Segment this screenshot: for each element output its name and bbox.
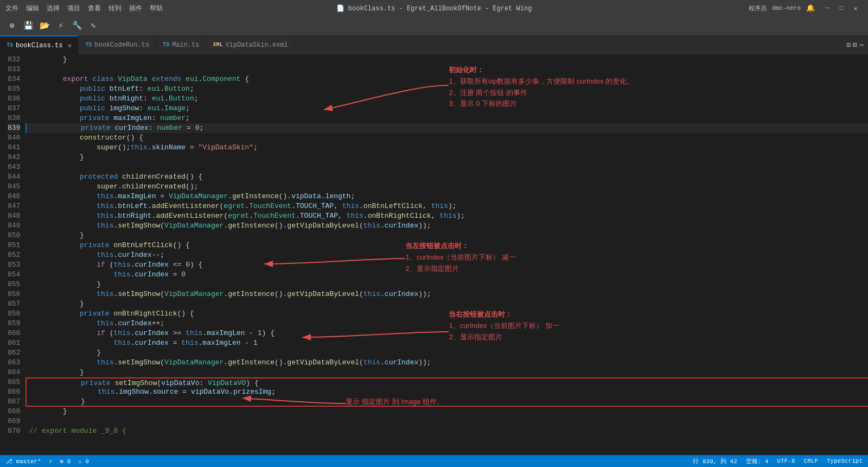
menu-bar[interactable]: 文件 编辑 选择 项目 查看 转到 插件 帮助: [5, 4, 163, 13]
line-numbers: 832 833 834 835 836 837 838 839 840 841 …: [0, 55, 25, 455]
tab-close-bookclass[interactable]: ✕: [67, 41, 72, 50]
menu-view[interactable]: 查看: [88, 4, 101, 13]
code-line-848: this.btnRight.addEventListener(egret.Tou…: [25, 211, 868, 221]
code-line-833: [25, 65, 868, 74]
language-mode[interactable]: TypeScript: [827, 458, 863, 464]
code-line-862: }: [25, 348, 868, 358]
code-line-857: }: [25, 299, 868, 309]
code-line-856: this.setImgShow(VipDataManager.getInsten…: [25, 289, 868, 299]
statusbar: ⎇ master* ⚡ ⊗ 0 ⚠ 0 行 839, 列 42 空格: 4 UT…: [0, 455, 868, 467]
ts-icon-2: TS: [85, 42, 92, 48]
tab-vipdataskin[interactable]: XML VipDataSkin.exml: [207, 35, 295, 54]
tab-label-bookcoderun: bookCodeRun.ts: [94, 41, 149, 49]
more-icon[interactable]: ⋯: [859, 41, 864, 49]
menu-edit[interactable]: 编辑: [26, 4, 39, 13]
code-line-867: }: [25, 397, 868, 407]
tab-label-bookclass: bookClass.ts: [16, 42, 62, 49]
code-line-852: this.curIndex--;: [25, 250, 868, 260]
code-line-846: this.maxImgLen = VipDataManager.getInste…: [25, 192, 868, 201]
split-editor-icon[interactable]: ⊡: [847, 41, 851, 49]
role-badge: 程序员: [749, 4, 767, 12]
code-line-870: // export module _9_8 {: [25, 426, 868, 436]
toolbar-new[interactable]: ⊕: [4, 18, 20, 34]
maximize-button[interactable]: □: [834, 3, 848, 14]
active-line-num: 839: [8, 123, 20, 133]
code-line-847: this.btnLeft.addEventListener(egret.Touc…: [25, 201, 868, 211]
toolbar: ⊕ 💾 📂 ⚡ 🔧 ✎: [0, 16, 868, 36]
layout-icon[interactable]: ⊟: [853, 41, 857, 49]
code-line-835: public btnLeft: eui.Button;: [25, 84, 868, 94]
code-line-841: super();this.skinName = "VipDataSkin";: [25, 143, 868, 153]
encoding: UTF-8: [777, 458, 795, 464]
line-ending: CRLF: [804, 458, 818, 464]
tab-main[interactable]: TS Main.ts: [156, 35, 206, 54]
code-line-838: private maxImgLen: number;: [25, 113, 868, 123]
menu-help[interactable]: 帮助: [150, 4, 163, 13]
code-line-861: this.curIndex = this.maxImgLen - 1: [25, 338, 868, 348]
indent-size: 空格: 4: [746, 457, 769, 465]
code-line-849: this.setImgShow(VipDataManager.getInsten…: [25, 221, 868, 231]
exml-icon: XML: [213, 42, 223, 48]
statusbar-right: 行 839, 列 42 空格: 4 UTF-8 CRLF TypeScript: [693, 457, 863, 465]
warning-count[interactable]: ⚠ 0: [78, 458, 89, 465]
error-count[interactable]: ⊗ 0: [60, 458, 71, 465]
menu-select[interactable]: 选择: [47, 4, 60, 13]
code-line-853: if (this.curIndex <= 0) {: [25, 260, 868, 270]
code-line-854: this.curIndex = 0: [25, 270, 868, 280]
ts-icon: TS: [7, 42, 13, 48]
code-line-860: if (this.curIndex >= this.maxImgLen - 1)…: [25, 329, 868, 338]
editor-area: 832 833 834 835 836 837 838 839 840 841 …: [0, 55, 868, 455]
code-line-842: }: [25, 153, 868, 162]
code-line-859: this.curIndex++;: [25, 319, 868, 329]
sync-icon[interactable]: ⚡: [49, 458, 53, 465]
code-line-855: }: [25, 280, 868, 289]
toolbar-open[interactable]: 📂: [37, 18, 52, 34]
code-line-863: this.setImgShow(VipDataManager.getInsten…: [25, 358, 868, 368]
code-line-843: [25, 162, 868, 172]
code-line-869: [25, 416, 868, 426]
code-line-868: }: [25, 407, 868, 416]
minimize-button[interactable]: ─: [820, 3, 834, 14]
code-line-850: }: [25, 231, 868, 241]
code-line-851: private onBtnLeftClick() {: [25, 241, 868, 250]
code-line-866: this.imgShow.source = vipDataVo.prizesIm…: [25, 387, 868, 397]
toolbar-save[interactable]: 💾: [21, 18, 36, 34]
code-line-839: private curIndex: number = 0;: [25, 123, 868, 133]
tab-label-main: Main.ts: [172, 41, 199, 49]
close-button[interactable]: ✕: [848, 3, 863, 14]
toolbar-edit[interactable]: ✎: [86, 18, 101, 34]
git-branch[interactable]: ⎇ master*: [5, 458, 41, 465]
menu-project[interactable]: 项目: [67, 4, 80, 13]
code-line-865: private setImgShow(vipDataVo: VipDataVO)…: [25, 377, 868, 387]
code-line-840: constructor() {: [25, 133, 868, 143]
code-content[interactable]: } export class VipData extends eui.Compo…: [25, 55, 868, 455]
menu-goto[interactable]: 转到: [108, 4, 122, 13]
cursor-position: 行 839, 列 42: [693, 457, 737, 465]
tab-bookcoderun[interactable]: TS bookCodeRun.ts: [79, 35, 156, 54]
user-dropdown[interactable]: dmc-nero: [772, 5, 801, 11]
bell-icon[interactable]: 🔔: [806, 4, 815, 12]
window-title: 📄 bookClass.ts - Egret_AllBookOfNote - E…: [336, 4, 532, 12]
tab-label-vipdataskin: VipDataSkin.exml: [226, 41, 288, 49]
code-line-844: protected childrenCreated() {: [25, 172, 868, 182]
code-line-837: public imgShow: eui.Image;: [25, 104, 868, 113]
code-line-832: }: [25, 55, 868, 65]
menu-file[interactable]: 文件: [5, 4, 18, 13]
tab-bookclass[interactable]: TS bookClass.ts ✕: [0, 35, 79, 54]
menu-plugin[interactable]: 插件: [129, 4, 142, 13]
code-line-864: }: [25, 368, 868, 377]
statusbar-left: ⎇ master* ⚡ ⊗ 0 ⚠ 0: [5, 458, 89, 465]
code-line-845: super.childrenCreated();: [25, 182, 868, 192]
toolbar-build[interactable]: 🔧: [69, 18, 85, 34]
toolbar-run[interactable]: ⚡: [53, 18, 68, 34]
ts-icon-3: TS: [163, 42, 169, 48]
titlebar: 文件 编辑 选择 项目 查看 转到 插件 帮助 📄 bookClass.ts -…: [0, 0, 868, 16]
code-line-858: private onBtnRightClick() {: [25, 309, 868, 319]
code-line-836: public btnRight: eui.Button;: [25, 94, 868, 104]
tabs-bar: TS bookClass.ts ✕ TS bookCodeRun.ts TS M…: [0, 36, 868, 55]
code-line-834: export class VipData extends eui.Compone…: [25, 74, 868, 84]
